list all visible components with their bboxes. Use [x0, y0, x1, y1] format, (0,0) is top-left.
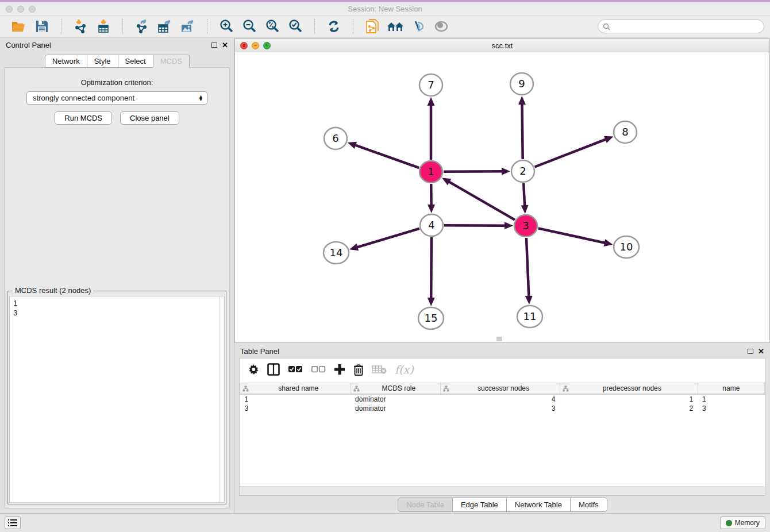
cell-mcds-role[interactable]: dominator	[351, 404, 441, 413]
close-table-panel-icon[interactable]: ✕	[758, 348, 764, 355]
network-canvas[interactable]: 7968124314101511	[235, 52, 769, 342]
deselect-all-columns-icon[interactable]	[311, 362, 326, 377]
column-header-predecessor-nodes[interactable]: predecessor nodes	[560, 383, 698, 395]
mcds-result-title: MCDS result (2 nodes)	[13, 286, 93, 295]
edge-arrowhead	[521, 205, 529, 214]
table-tabs: Node Table Edge Table Network Table Moti…	[234, 496, 770, 513]
tab-node-table[interactable]: Node Table	[398, 498, 453, 512]
graph-node-label: 9	[518, 78, 525, 90]
float-panel-icon[interactable]	[211, 43, 217, 48]
column-type-icon	[353, 385, 360, 392]
network-window-titlebar: x − + scc.txt	[235, 39, 769, 52]
open-session-icon[interactable]	[10, 18, 28, 34]
network-file-icon[interactable]	[364, 18, 381, 34]
graph-node-label: 3	[522, 219, 529, 232]
export-network-icon[interactable]	[133, 18, 151, 34]
zoom-in-icon[interactable]	[218, 18, 235, 34]
cell-successor-nodes[interactable]: 4	[441, 394, 560, 404]
cell-name[interactable]: 1	[698, 394, 764, 404]
column-header-name[interactable]: name	[698, 383, 764, 395]
table-panel-title: Table Panel	[240, 347, 279, 356]
optimization-criterion-select[interactable]: strongly connected component ▲▼	[26, 91, 207, 105]
task-history-button[interactable]	[5, 516, 21, 529]
titlebar: Session: New Session	[0, 2, 770, 16]
edge-arrowhead	[428, 97, 435, 106]
table-row[interactable]: 1 dominator 4 1 1	[240, 394, 765, 404]
graph-node-label: 15	[425, 312, 438, 324]
cell-predecessor-nodes[interactable]: 1	[560, 394, 698, 404]
tab-motifs[interactable]: Motifs	[570, 498, 607, 512]
search-icon	[603, 23, 610, 30]
import-table-icon[interactable]	[95, 18, 112, 34]
hide-annotations-icon[interactable]	[410, 18, 427, 34]
select-stepper-icon: ▲▼	[198, 95, 203, 101]
mcds-tab-content: Optimization criterion: strongly connect…	[4, 67, 230, 508]
show-column-panel-icon[interactable]	[267, 362, 280, 377]
zoom-out-icon[interactable]	[241, 18, 258, 34]
mcds-result-textarea[interactable]: 1 3	[9, 296, 225, 503]
mcds-result-scrollbar[interactable]	[219, 296, 224, 502]
refresh-icon[interactable]	[325, 18, 342, 34]
cell-successor-nodes[interactable]: 3	[441, 404, 560, 413]
zoom-fit-icon[interactable]	[264, 18, 281, 34]
run-mcds-button[interactable]: Run MCDS	[55, 111, 112, 125]
cell-shared-name[interactable]: 1	[240, 394, 351, 404]
column-header-mcds-role[interactable]: MCDS role	[351, 383, 441, 395]
edge-3-10[interactable]	[538, 228, 606, 243]
select-all-columns-icon[interactable]	[288, 362, 303, 377]
canvas-resize-handle[interactable]	[496, 337, 502, 341]
table-horizontal-scrollbar[interactable]	[240, 486, 765, 495]
close-panel-icon[interactable]: ✕	[222, 41, 228, 49]
edge-arrowhead	[349, 244, 359, 250]
tab-style[interactable]: Style	[87, 55, 118, 68]
node-table-header-row: shared name MCDS role successor nodes pr…	[240, 383, 765, 395]
edge-4-15[interactable]	[431, 237, 432, 299]
export-table-icon[interactable]	[156, 18, 174, 34]
column-header-shared-name[interactable]: shared name	[240, 383, 351, 395]
float-table-panel-icon[interactable]	[748, 349, 753, 354]
graph-node-label: 14	[330, 246, 343, 259]
column-type-icon	[242, 385, 249, 392]
zoom-selected-icon[interactable]	[287, 18, 304, 34]
column-type-icon	[443, 385, 449, 392]
tab-network-table[interactable]: Network Table	[506, 498, 571, 512]
cell-mcds-role[interactable]: dominator	[351, 394, 441, 404]
network-graph[interactable]: 7968124314101511	[235, 52, 765, 342]
save-session-icon[interactable]	[33, 18, 51, 34]
show-graphics-eye-icon[interactable]	[433, 18, 450, 34]
edge-1-2[interactable]	[444, 171, 503, 172]
edge-2-3[interactable]	[523, 183, 525, 206]
tab-select[interactable]: Select	[118, 55, 153, 68]
graph-node-label: 7	[428, 79, 434, 91]
toolbar-separator	[207, 19, 207, 34]
home-networks-icon[interactable]	[387, 18, 404, 34]
graph-node-label: 6	[332, 132, 338, 144]
control-panel-title: Control Panel	[6, 41, 51, 49]
table-settings-gear-icon[interactable]	[248, 362, 259, 377]
search-field[interactable]	[598, 20, 764, 33]
tab-mcds[interactable]: MCDS	[153, 55, 190, 68]
edge-2-9[interactable]	[522, 103, 522, 159]
edge-1-6[interactable]	[355, 145, 419, 168]
close-panel-button[interactable]: Close panel	[120, 111, 179, 125]
edge-3-11[interactable]	[526, 238, 529, 297]
cell-shared-name[interactable]: 3	[240, 404, 351, 413]
edge-4-3[interactable]	[444, 225, 506, 226]
import-network-icon[interactable]	[72, 18, 89, 34]
edge-4-14[interactable]	[357, 229, 419, 248]
table-row[interactable]: 3 dominator 3 2 3	[240, 404, 765, 413]
edge-3-1[interactable]	[448, 182, 514, 220]
cell-predecessor-nodes[interactable]: 2	[560, 404, 698, 413]
memory-button[interactable]: Memory	[720, 516, 765, 529]
tab-edge-table[interactable]: Edge Table	[452, 498, 507, 512]
tab-network[interactable]: Network	[45, 55, 87, 68]
delete-column-trash-icon[interactable]	[353, 362, 364, 377]
search-input[interactable]	[613, 22, 759, 30]
table-panel: Table Panel ✕	[234, 344, 770, 513]
add-column-icon[interactable]	[334, 362, 345, 377]
cell-name[interactable]: 3	[698, 404, 764, 413]
export-image-icon[interactable]	[179, 18, 197, 34]
edge-2-8[interactable]	[535, 139, 607, 167]
network-vertical-scrollbar[interactable]	[765, 52, 769, 342]
column-header-successor-nodes[interactable]: successor nodes	[441, 383, 560, 395]
